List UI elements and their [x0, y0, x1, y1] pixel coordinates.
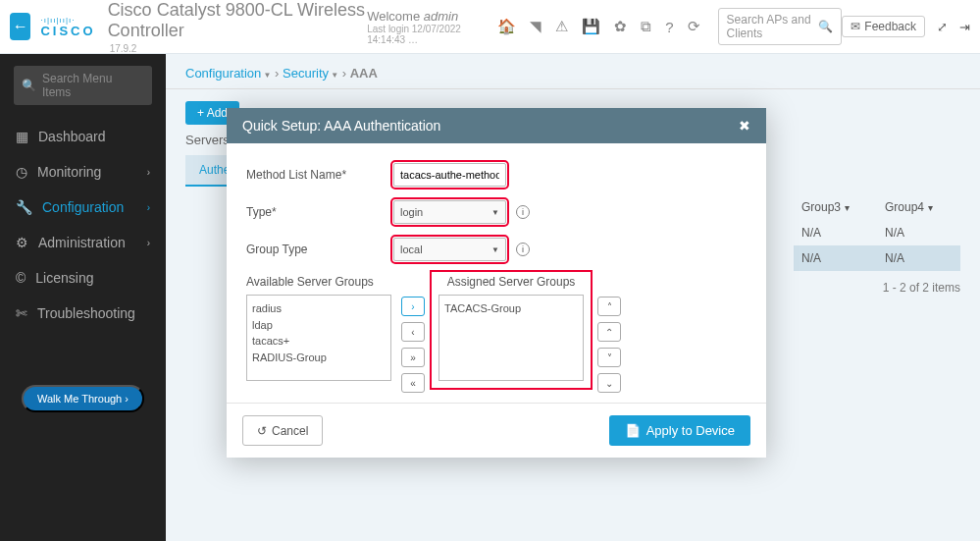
assigned-label: Assigned Server Groups: [438, 275, 584, 289]
close-icon[interactable]: ✖: [739, 118, 750, 134]
sidebar-item-label: Dashboard: [38, 129, 106, 144]
method-list-input[interactable]: [393, 163, 506, 187]
wrench-icon: 🔧: [16, 199, 32, 215]
wifi-icon[interactable]: ◥: [530, 18, 542, 35]
filter-icon[interactable]: ▾: [845, 202, 850, 213]
sidebar-item-label: Configuration: [42, 199, 124, 215]
alert-icon[interactable]: ⚠: [555, 18, 568, 35]
save-icon: 📄: [625, 423, 641, 438]
chevron-right-icon: ›: [147, 202, 150, 213]
menu-search[interactable]: 🔍 Search Menu Items: [14, 66, 152, 105]
copyright-icon: ©: [16, 270, 26, 286]
sidebar-item-monitoring[interactable]: ◷ Monitoring ›: [0, 154, 166, 189]
header-toolbar: 🏠 ◥ ⚠ 💾 ✿ ⧉ ? ⟳: [497, 18, 699, 35]
quick-setup-modal: Quick Setup: AAA Authentication ✖ Method…: [227, 108, 766, 458]
chevron-down-icon: ▼: [491, 208, 499, 217]
global-search[interactable]: Search APs and Clients 🔍: [718, 8, 843, 45]
sidebar-item-dashboard[interactable]: ▦ Dashboard: [0, 119, 166, 154]
move-top-button[interactable]: ⌃: [597, 322, 621, 342]
feedback-button[interactable]: ✉ Feedback: [842, 16, 925, 37]
apply-button[interactable]: 📄 Apply to Device: [609, 415, 750, 446]
dashboard-icon: ▦: [16, 129, 28, 144]
grouptype-label: Group Type: [246, 243, 393, 256]
search-icon: 🔍: [22, 79, 36, 92]
search-icon: 🔍: [818, 20, 833, 33]
chevron-right-icon: ›: [147, 238, 150, 248]
save-icon[interactable]: 💾: [582, 18, 600, 35]
method-list-label: Method List Name*: [246, 168, 393, 182]
move-left-button[interactable]: ‹: [401, 322, 425, 342]
move-right-button[interactable]: ›: [401, 297, 425, 316]
product-title: Cisco Catalyst 9800-CL Wireless Controll…: [108, 0, 368, 41]
chevron-right-icon: ›: [147, 167, 150, 178]
grouptype-select[interactable]: local▼: [393, 238, 506, 261]
breadcrumb: Configuration ▼ › Security ▼ › AAA: [166, 66, 980, 89]
sidebar-item-administration[interactable]: ⚙ Administration ›: [0, 225, 166, 260]
table-row[interactable]: N/A N/A: [794, 220, 960, 245]
help-icon[interactable]: ?: [665, 19, 673, 35]
top-header: ← ·ı|ıı|ıı|ı· CISCO Cisco Catalyst 9800-…: [0, 0, 980, 54]
type-select[interactable]: login▼: [393, 200, 506, 224]
sidebar-item-label: Administration: [38, 235, 126, 250]
cisco-logo: ·ı|ıı|ıı|ı· CISCO: [40, 16, 107, 37]
assigned-groups-list[interactable]: TACACS-Group: [438, 295, 584, 381]
move-up-button[interactable]: ˄: [597, 297, 621, 316]
sidebar-item-label: Licensing: [35, 270, 93, 286]
move-down-button[interactable]: ˅: [597, 348, 621, 367]
sidebar-item-troubleshooting[interactable]: ✄ Troubleshooting: [0, 296, 166, 331]
fullscreen-icon[interactable]: ⤢: [937, 20, 948, 34]
welcome-block: Welcome admin Last login 12/07/2022 14:1…: [367, 9, 480, 45]
list-item[interactable]: radius: [252, 300, 386, 317]
version-label: 17.9.2: [110, 43, 368, 54]
col-group4[interactable]: Group4▾: [877, 194, 960, 220]
breadcrumb-configuration[interactable]: Configuration: [185, 66, 261, 81]
sidebar-item-label: Troubleshooting: [37, 305, 135, 321]
col-group3[interactable]: Group3▾: [794, 194, 877, 220]
pager: 1 - 2 of 2 items: [794, 271, 960, 304]
type-label: Type*: [246, 205, 393, 219]
modal-header: Quick Setup: AAA Authentication ✖: [227, 108, 766, 143]
tools-icon: ✄: [16, 305, 27, 321]
refresh-icon[interactable]: ⟳: [688, 18, 700, 35]
mail-icon: ✉: [851, 20, 860, 33]
list-item[interactable]: RADIUS-Group: [252, 350, 386, 366]
sidebar-item-configuration[interactable]: 🔧 Configuration ›: [0, 189, 166, 225]
back-button[interactable]: ←: [10, 13, 30, 40]
info-icon[interactable]: i: [516, 243, 530, 256]
sidebar-item-label: Monitoring: [37, 164, 101, 180]
list-item[interactable]: ldap: [252, 317, 386, 334]
sidebar-item-licensing[interactable]: © Licensing: [0, 260, 166, 296]
info-icon[interactable]: i: [516, 205, 530, 219]
sidebar: 🔍 Search Menu Items ▦ Dashboard ◷ Monito…: [0, 54, 166, 541]
gauge-icon: ◷: [16, 164, 27, 180]
modal-title: Quick Setup: AAA Authentication: [242, 118, 440, 134]
cancel-button[interactable]: ↺ Cancel: [242, 415, 323, 446]
undo-icon: ↺: [257, 424, 267, 438]
breadcrumb-current: AAA: [350, 66, 378, 81]
filter-icon[interactable]: ▾: [928, 202, 933, 213]
breadcrumb-security[interactable]: Security: [283, 66, 329, 81]
move-all-right-button[interactable]: »: [401, 348, 425, 367]
home-icon[interactable]: 🏠: [497, 18, 516, 35]
chevron-down-icon: ▼: [491, 245, 499, 254]
logout-icon[interactable]: ⇥: [959, 20, 970, 34]
available-groups-list[interactable]: radius ldap tacacs+ RADIUS-Group: [246, 295, 391, 381]
copy-icon[interactable]: ⧉: [641, 18, 651, 35]
table-row[interactable]: N/A N/A: [794, 245, 960, 271]
cog-icon: ⚙: [16, 235, 28, 250]
list-item[interactable]: tacacs+: [252, 333, 386, 350]
walk-me-through-button[interactable]: Walk Me Through ›: [22, 385, 144, 412]
list-item[interactable]: TACACS-Group: [444, 300, 578, 317]
gear-icon[interactable]: ✿: [614, 18, 627, 35]
available-label: Available Server Groups: [246, 275, 391, 289]
last-login: Last login 12/07/2022 14:14:43 …: [367, 24, 480, 45]
move-bottom-button[interactable]: ⌄: [597, 373, 621, 393]
move-all-left-button[interactable]: «: [401, 373, 425, 393]
